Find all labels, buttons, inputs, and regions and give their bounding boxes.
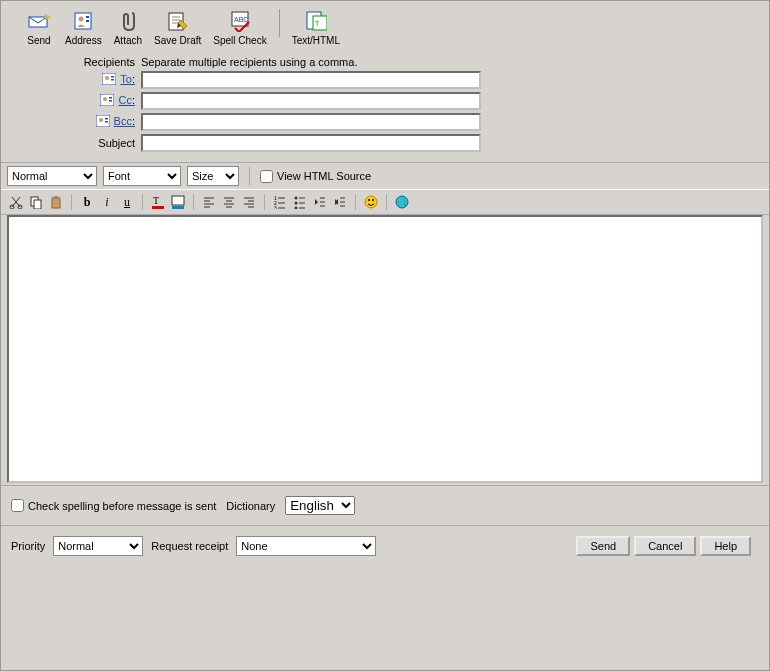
outdent-icon[interactable] [311,193,329,211]
to-input[interactable] [141,71,481,89]
view-source-label[interactable]: View HTML Source [260,170,371,183]
paste-icon[interactable] [47,193,65,211]
save-draft-label: Save Draft [154,35,201,46]
svg-point-19 [103,97,107,101]
editor-area [7,215,763,485]
text-html-button[interactable]: T Text/HTML [286,9,346,46]
svg-point-66 [365,196,377,208]
bold-icon[interactable]: b [78,193,96,211]
dictionary-select[interactable]: English [285,496,355,515]
spellcheck-before-send-checkbox[interactable] [11,499,24,512]
svg-point-67 [368,199,370,201]
cc-input[interactable] [141,92,481,110]
spell-check-button[interactable]: ABC Spell Check [207,9,272,46]
edit-sep-2 [142,194,143,210]
unordered-list-icon[interactable] [291,193,309,211]
main-toolbar: Send Address Attach Save Draft ABC Spell… [1,1,769,50]
message-body[interactable] [7,215,763,483]
help-button[interactable]: Help [700,536,751,556]
svg-point-15 [105,76,109,80]
edit-sep-5 [355,194,356,210]
align-left-icon[interactable] [200,193,218,211]
svg-point-58 [295,207,298,210]
svg-point-23 [99,118,103,122]
recipients-hint: Separate multiple recipients using a com… [141,56,481,68]
cc-link[interactable]: Cc [118,94,135,106]
emoji-icon[interactable] [362,193,380,211]
indent-icon[interactable] [331,193,349,211]
to-card-icon [102,73,116,85]
attach-label: Attach [114,35,142,46]
ordered-list-icon[interactable]: 123 [271,193,289,211]
underline-icon[interactable]: u [118,193,136,211]
svg-text:ABC: ABC [234,16,248,23]
send-label: Send [27,35,50,46]
cancel-button[interactable]: Cancel [634,536,696,556]
send-icon [27,9,51,33]
svg-rect-3 [86,16,89,18]
font-color-icon[interactable]: T [149,193,167,211]
edit-sep-1 [71,194,72,210]
send-button[interactable]: Send [19,9,59,46]
toolbar-separator [279,9,280,37]
size-select[interactable]: Size [187,166,239,186]
cut-icon[interactable] [7,193,25,211]
svg-point-68 [372,199,374,201]
text-html-icon: T [304,9,328,33]
to-link[interactable]: To [120,73,135,85]
view-source-checkbox[interactable] [260,170,273,183]
priority-select[interactable]: Normal [53,536,143,556]
recipients-section: Recipients Separate multiple recipients … [1,50,769,162]
align-center-icon[interactable] [220,193,238,211]
globe-icon[interactable] [393,193,411,211]
style-select[interactable]: Normal [7,166,97,186]
recipients-header: Recipients [11,56,141,68]
svg-rect-29 [34,200,41,209]
send-action-button[interactable]: Send [576,536,630,556]
format-bar: Normal Font Size View HTML Source [1,162,769,190]
italic-icon[interactable]: i [98,193,116,211]
svg-rect-25 [105,121,108,123]
svg-rect-21 [109,100,112,102]
spell-check-label: Spell Check [213,35,266,46]
svg-point-54 [295,197,298,200]
edit-sep-4 [264,194,265,210]
spell-check-icon: ABC [228,9,252,33]
svg-point-69 [396,196,408,208]
svg-rect-30 [52,198,60,208]
svg-rect-31 [54,196,58,199]
save-draft-button[interactable]: Save Draft [148,9,207,46]
svg-rect-24 [105,118,108,120]
edit-sep-6 [386,194,387,210]
bcc-input[interactable] [141,113,481,131]
svg-rect-35 [172,206,184,209]
receipt-label: Request receipt [151,540,228,552]
font-select[interactable]: Font [103,166,181,186]
address-icon [71,9,95,33]
edit-sep-3 [193,194,194,210]
dictionary-label: Dictionary [226,500,275,512]
text-html-label: Text/HTML [292,35,340,46]
subject-input[interactable] [141,134,481,152]
address-button[interactable]: Address [59,9,108,46]
svg-rect-33 [152,206,164,209]
svg-text:T: T [153,195,159,206]
action-buttons: Send Cancel Help [576,536,751,556]
svg-rect-17 [111,79,114,81]
attach-icon [116,9,140,33]
receipt-select[interactable]: None [236,536,376,556]
svg-point-2 [79,17,84,22]
svg-point-56 [295,202,298,205]
svg-text:T: T [315,20,320,27]
copy-icon[interactable] [27,193,45,211]
bcc-card-icon [96,115,110,127]
bcc-link[interactable]: Bcc [114,115,135,127]
spellcheck-before-send-label[interactable]: Check spelling before message is sent [11,499,216,512]
bg-color-icon[interactable] [169,193,187,211]
subject-label: Subject [11,137,141,149]
attach-button[interactable]: Attach [108,9,148,46]
svg-text:3: 3 [274,205,277,209]
format-separator [249,167,250,185]
edit-bar: b i u T 123 [1,190,769,215]
align-right-icon[interactable] [240,193,258,211]
